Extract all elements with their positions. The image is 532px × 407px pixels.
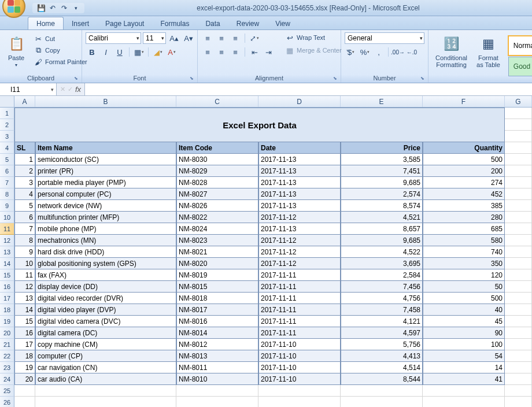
merge-center-button[interactable]: ▦Merge & Center▾ — [283, 45, 351, 56]
table-cell[interactable]: NM-8024 — [176, 223, 258, 235]
table-cell[interactable]: 2017-11-10 — [258, 339, 341, 350]
align-middle-button[interactable]: ≡ — [215, 32, 228, 44]
table-cell[interactable]: fax (FAX) — [35, 269, 176, 281]
table-cell[interactable]: 41 — [423, 373, 505, 385]
table-cell[interactable]: NM-8023 — [176, 235, 258, 246]
table-cell[interactable]: 8,544 — [341, 373, 423, 385]
table-cell[interactable]: NM-8011 — [176, 362, 258, 373]
table-cell[interactable]: NM-8017 — [176, 304, 258, 316]
table-cell[interactable]: NM-8028 — [176, 177, 258, 188]
cell[interactable] — [505, 339, 532, 350]
table-cell[interactable]: 40 — [423, 304, 505, 316]
table-cell[interactable]: NM-8022 — [176, 212, 258, 223]
cell[interactable] — [176, 397, 258, 407]
font-color-button[interactable]: A — [165, 46, 178, 58]
align-left-button[interactable]: ≡ — [201, 46, 214, 58]
cell-title[interactable] — [14, 108, 505, 119]
font-size-combo[interactable]: 11 — [143, 32, 166, 44]
table-cell[interactable]: 14 — [423, 362, 505, 373]
decrease-indent-button[interactable]: ⇤ — [248, 46, 261, 58]
table-cell[interactable]: 2017-11-11 — [258, 327, 341, 339]
save-icon[interactable]: 💾 — [37, 4, 45, 12]
table-cell[interactable]: digital video player (DVP) — [35, 304, 176, 316]
table-cell[interactable]: NM-8020 — [176, 258, 258, 269]
undo-icon[interactable]: ↶ — [49, 4, 57, 12]
row-header[interactable]: 17 — [0, 293, 14, 304]
table-cell[interactable]: 14 — [14, 304, 35, 316]
table-cell[interactable]: NM-8015 — [176, 281, 258, 293]
orientation-button[interactable]: ⤢ — [248, 32, 261, 44]
table-cell[interactable]: mechatronics (MN) — [35, 235, 176, 246]
table-cell[interactable]: 13 — [14, 293, 35, 304]
tab-view[interactable]: View — [267, 17, 298, 29]
cell[interactable] — [35, 385, 176, 397]
table-cell[interactable]: semiconductor (SC) — [35, 154, 176, 165]
tab-formulas[interactable]: Formulas — [152, 17, 197, 29]
cell[interactable] — [505, 316, 532, 327]
table-cell[interactable]: NM-8029 — [176, 165, 258, 177]
percent-button[interactable]: % — [359, 46, 371, 58]
table-cell[interactable]: 740 — [423, 246, 505, 258]
wrap-text-button[interactable]: ↩Wrap Text — [283, 32, 351, 43]
format-painter-button[interactable]: 🖌Format Painter — [31, 57, 90, 67]
table-cell[interactable]: 4,522 — [341, 246, 423, 258]
table-cell[interactable]: 580 — [423, 235, 505, 246]
table-cell[interactable]: digital video camera (DVC) — [35, 316, 176, 327]
row-header[interactable]: 4 — [0, 142, 14, 154]
row-header[interactable]: 18 — [0, 304, 14, 316]
table-cell[interactable]: 9 — [14, 246, 35, 258]
table-cell[interactable]: 120 — [423, 269, 505, 281]
column-header-G[interactable]: G — [505, 96, 532, 107]
table-cell[interactable]: multifunction printer (MFP) — [35, 212, 176, 223]
table-cell[interactable]: 3,695 — [341, 258, 423, 269]
table-cell[interactable]: 3,585 — [341, 154, 423, 165]
enter-formula-icon[interactable]: ✓ — [68, 86, 73, 93]
number-format-combo[interactable]: General — [345, 32, 424, 44]
table-cell[interactable]: mobile phone (MP) — [35, 223, 176, 235]
font-name-combo[interactable]: Calibri — [86, 32, 141, 44]
table-cell[interactable]: 4,521 — [341, 212, 423, 223]
table-cell[interactable]: digital video recorder (DVR) — [35, 293, 176, 304]
column-header-E[interactable]: E — [341, 96, 423, 107]
cell[interactable] — [258, 385, 341, 397]
underline-button[interactable]: U — [113, 46, 126, 58]
table-cell[interactable]: 274 — [423, 177, 505, 188]
tab-review[interactable]: Review — [228, 17, 267, 29]
decrease-decimal-button[interactable]: ←.0 — [405, 46, 418, 58]
comma-button[interactable]: , — [372, 46, 385, 58]
table-cell[interactable]: network device (NW) — [35, 200, 176, 212]
table-cell[interactable]: 2017-11-12 — [258, 258, 341, 269]
table-cell[interactable]: 500 — [423, 293, 505, 304]
row-header[interactable]: 8 — [0, 188, 14, 200]
table-cell[interactable]: 2017-11-12 — [258, 235, 341, 246]
table-cell[interactable]: NM-8019 — [176, 269, 258, 281]
paste-button[interactable]: 📋 Paste ▾ — [3, 32, 29, 70]
table-cell[interactable]: 5,756 — [341, 339, 423, 350]
redo-icon[interactable]: ↷ — [60, 4, 68, 12]
table-cell[interactable]: 12 — [14, 281, 35, 293]
table-cell[interactable]: NM-8027 — [176, 188, 258, 200]
table-cell[interactable]: 2017-11-13 — [258, 200, 341, 212]
table-cell[interactable]: 18 — [14, 350, 35, 362]
row-header[interactable]: 6 — [0, 165, 14, 177]
table-cell[interactable]: 2017-11-10 — [258, 373, 341, 385]
cell[interactable] — [505, 235, 532, 246]
row-header[interactable]: 11 — [0, 223, 14, 235]
cell[interactable] — [505, 362, 532, 373]
cell[interactable] — [505, 119, 532, 131]
table-cell[interactable]: 5 — [14, 200, 35, 212]
table-cell[interactable]: portable media player (PMP) — [35, 177, 176, 188]
copy-button[interactable]: ⧉Copy — [31, 45, 90, 56]
cell-style-normal[interactable]: Normal — [508, 36, 532, 56]
cell[interactable] — [505, 350, 532, 362]
table-cell[interactable]: 2017-11-11 — [258, 293, 341, 304]
cell-style-good[interactable]: Good — [508, 57, 532, 76]
decrease-font-button[interactable]: A▾ — [182, 32, 195, 44]
cell[interactable] — [423, 397, 505, 407]
row-header[interactable]: 2 — [0, 119, 14, 131]
row-header[interactable]: 9 — [0, 200, 14, 212]
cell[interactable] — [14, 385, 35, 397]
increase-indent-button[interactable]: ⇥ — [262, 46, 275, 58]
table-cell[interactable]: global positioning system (GPS) — [35, 258, 176, 269]
cell[interactable] — [505, 385, 532, 397]
